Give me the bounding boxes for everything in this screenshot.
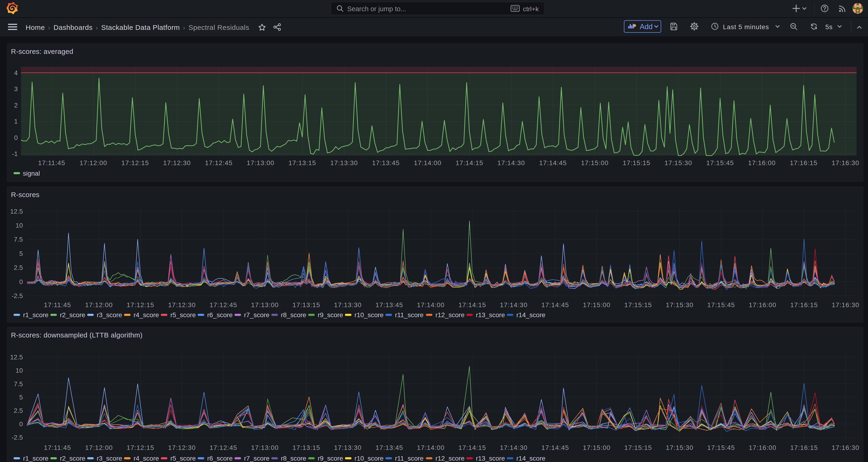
svg-text:r7_score: r7_score [244, 455, 270, 462]
svg-text:17:14:00: 17:14:00 [417, 444, 444, 451]
svg-text:17:12:30: 17:12:30 [168, 301, 196, 309]
svg-text:2: 2 [14, 102, 18, 109]
svg-text:r13_score: r13_score [476, 311, 505, 318]
svg-text:17:11:45: 17:11:45 [38, 159, 65, 166]
svg-text:17:14:00: 17:14:00 [414, 159, 441, 166]
svg-text:r12_score: r12_score [435, 455, 465, 462]
svg-text:17:11:45: 17:11:45 [44, 301, 71, 309]
svg-text:17:12:15: 17:12:15 [121, 159, 149, 166]
svg-text:17:16:30: 17:16:30 [832, 444, 859, 451]
svg-text:17:13:00: 17:13:00 [251, 301, 279, 309]
svg-text:17:16:30: 17:16:30 [832, 301, 859, 309]
svg-text:r3_score: r3_score [97, 311, 122, 318]
svg-text:r3_score: r3_score [97, 455, 122, 462]
svg-text:17:14:45: 17:14:45 [541, 444, 569, 451]
svg-text:17:13:30: 17:13:30 [334, 301, 362, 309]
svg-text:17:13:15: 17:13:15 [288, 159, 316, 166]
svg-text:17:14:15: 17:14:15 [456, 159, 483, 166]
svg-text:17:13:45: 17:13:45 [375, 301, 403, 309]
svg-text:17:15:30: 17:15:30 [666, 444, 693, 451]
svg-text:17:12:15: 17:12:15 [127, 444, 154, 451]
svg-text:0: 0 [19, 278, 23, 285]
svg-text:17:12:00: 17:12:00 [80, 159, 107, 166]
svg-text:r13_score: r13_score [476, 455, 505, 462]
svg-text:17:15:45: 17:15:45 [707, 301, 735, 309]
svg-text:17:13:45: 17:13:45 [372, 159, 400, 166]
svg-text:r9_score: r9_score [318, 311, 343, 318]
svg-text:signal: signal [23, 170, 40, 177]
svg-text:17:16:00: 17:16:00 [749, 301, 777, 309]
svg-text:17:16:15: 17:16:15 [790, 159, 818, 166]
svg-text:r10_score: r10_score [354, 311, 384, 318]
svg-text:r4_score: r4_score [133, 455, 159, 462]
svg-text:r8_score: r8_score [281, 455, 306, 462]
svg-text:r6_score: r6_score [207, 311, 233, 318]
svg-text:17:15:45: 17:15:45 [706, 159, 734, 166]
svg-text:r10_score: r10_score [354, 455, 384, 462]
svg-text:10: 10 [16, 222, 23, 229]
svg-text:17:12:45: 17:12:45 [210, 301, 237, 309]
svg-text:17:16:00: 17:16:00 [748, 159, 776, 166]
svg-text:3: 3 [14, 85, 18, 93]
svg-text:17:13:30: 17:13:30 [330, 159, 358, 166]
svg-text:17:13:00: 17:13:00 [251, 444, 279, 451]
svg-text:r7_score: r7_score [244, 311, 270, 318]
svg-text:17:15:00: 17:15:00 [583, 301, 611, 309]
svg-text:-2.5: -2.5 [12, 292, 23, 300]
svg-text:12.5: 12.5 [10, 353, 23, 361]
svg-text:17:15:30: 17:15:30 [666, 301, 693, 309]
svg-text:17:12:30: 17:12:30 [163, 159, 191, 166]
svg-text:17:13:30: 17:13:30 [334, 444, 362, 451]
svg-text:17:13:45: 17:13:45 [375, 444, 403, 451]
svg-text:17:13:15: 17:13:15 [292, 301, 320, 309]
svg-text:4: 4 [14, 69, 18, 76]
svg-text:r11_score: r11_score [395, 455, 424, 462]
svg-text:17:15:45: 17:15:45 [707, 444, 735, 451]
svg-text:17:15:30: 17:15:30 [664, 159, 692, 166]
svg-text:17:14:15: 17:14:15 [458, 444, 486, 451]
svg-text:17:16:30: 17:16:30 [832, 159, 859, 166]
svg-text:r14_score: r14_score [517, 311, 546, 318]
svg-text:1: 1 [14, 118, 18, 125]
svg-text:5: 5 [19, 394, 23, 401]
svg-text:r11_score: r11_score [395, 311, 424, 318]
svg-text:r1_score: r1_score [23, 311, 49, 318]
svg-text:5: 5 [19, 250, 23, 257]
svg-text:2.5: 2.5 [14, 264, 23, 271]
svg-text:17:16:00: 17:16:00 [749, 444, 777, 451]
svg-text:r2_score: r2_score [60, 455, 85, 462]
svg-text:r6_score: r6_score [207, 455, 233, 462]
svg-text:2.5: 2.5 [14, 407, 23, 414]
svg-text:r8_score: r8_score [281, 311, 306, 318]
svg-text:17:14:45: 17:14:45 [539, 159, 567, 166]
svg-text:r14_score: r14_score [517, 455, 546, 462]
svg-text:17:12:00: 17:12:00 [85, 301, 113, 309]
svg-text:17:11:45: 17:11:45 [44, 444, 71, 451]
svg-text:17:15:15: 17:15:15 [623, 159, 650, 166]
svg-text:17:14:30: 17:14:30 [497, 159, 525, 166]
svg-text:17:14:30: 17:14:30 [500, 444, 528, 451]
svg-text:7.5: 7.5 [14, 380, 23, 388]
svg-text:17:15:00: 17:15:00 [581, 159, 609, 166]
svg-text:r1_score: r1_score [23, 455, 49, 462]
svg-text:r4_score: r4_score [133, 311, 159, 318]
svg-text:17:12:45: 17:12:45 [205, 159, 233, 166]
svg-text:r5_score: r5_score [170, 311, 196, 318]
svg-text:r2_score: r2_score [60, 311, 85, 318]
svg-text:17:14:45: 17:14:45 [541, 301, 569, 309]
svg-text:10: 10 [16, 367, 23, 374]
svg-text:0: 0 [14, 134, 18, 141]
svg-text:17:13:00: 17:13:00 [247, 159, 274, 166]
svg-text:12.5: 12.5 [10, 208, 23, 215]
svg-text:17:15:15: 17:15:15 [624, 301, 652, 309]
svg-text:17:13:15: 17:13:15 [292, 444, 320, 451]
svg-text:17:14:30: 17:14:30 [500, 301, 528, 309]
svg-text:r9_score: r9_score [318, 455, 343, 462]
svg-text:17:16:15: 17:16:15 [790, 444, 818, 451]
svg-text:17:14:00: 17:14:00 [417, 301, 444, 309]
svg-text:17:15:00: 17:15:00 [583, 444, 611, 451]
svg-text:7.5: 7.5 [14, 236, 23, 243]
svg-text:17:14:15: 17:14:15 [458, 301, 486, 309]
svg-text:17:12:30: 17:12:30 [168, 444, 196, 451]
svg-text:17:15:15: 17:15:15 [624, 444, 652, 451]
